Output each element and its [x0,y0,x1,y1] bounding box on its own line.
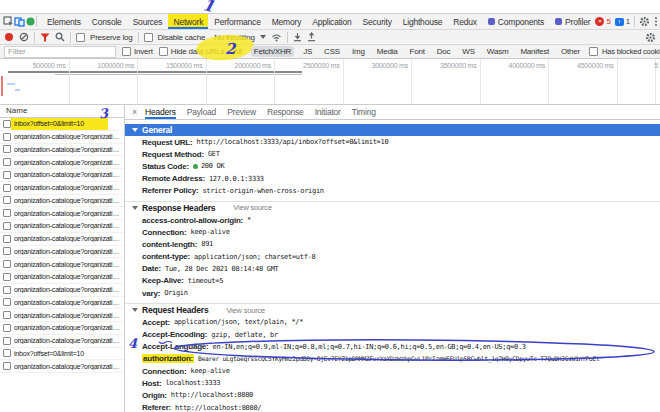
record-network-log-icon[interactable] [4,32,14,42]
request-list-item[interactable]: organization-catalogue?organizati… [0,322,124,335]
request-list-item[interactable]: organization-catalogue?organizati… [0,246,124,259]
request-list-item[interactable]: organization-catalogue?organizati… [0,284,124,297]
tab-lighthouse[interactable]: Lighthouse [398,14,448,29]
hide-data-urls-checkbox[interactable] [159,47,168,56]
request-checkbox[interactable] [3,171,11,179]
request-checkbox[interactable] [3,337,11,345]
section-header-general[interactable]: General [125,124,660,136]
request-list-item[interactable]: organization-catalogue?organizati… [0,169,124,182]
request-checkbox[interactable] [3,362,11,370]
extension-green-dot-icon[interactable] [25,16,36,27]
details-tab-headers[interactable]: Headers [145,104,176,119]
preserve-log-checkbox[interactable] [76,33,85,42]
tab-performance[interactable]: Performance [209,14,265,29]
disable-cache-checkbox[interactable] [144,33,153,42]
request-checkbox[interactable] [3,158,11,166]
chip-wasm[interactable]: Wasm [484,46,512,57]
tab-application[interactable]: Application [307,14,356,29]
request-checkbox[interactable] [3,324,11,332]
request-list-item[interactable]: organization-catalogue?organizati… [0,360,124,373]
request-checkbox[interactable] [3,184,11,192]
kebab-menu-icon[interactable] [654,16,658,27]
chip-font[interactable]: Font [406,46,427,57]
request-checkbox[interactable] [3,273,11,281]
request-list-item[interactable]: organization-catalogue?organizati… [0,220,124,233]
request-list-item[interactable]: organization-catalogue?organizati… [0,131,124,144]
details-tab-initiator[interactable]: Initiator [315,104,341,119]
request-list-item[interactable]: organization-catalogue?organizati… [0,207,124,220]
network-conditions-icon[interactable] [271,33,282,42]
request-checkbox[interactable] [3,209,11,217]
chip-other[interactable]: Other [558,46,583,57]
chip-fetch-xhr[interactable]: Fetch/XHR [251,46,294,57]
request-checkbox[interactable] [3,260,11,268]
device-toolbar-icon[interactable] [14,16,25,27]
details-tab-payload[interactable]: Payload [187,104,216,119]
view-source-link[interactable]: View source [226,306,265,315]
tab-sources[interactable]: Sources [128,14,168,29]
tab-components[interactable]: Components [483,14,549,29]
request-list-item[interactable]: organization-catalogue?organizati… [0,156,124,169]
header-value: timeout=5 [188,277,223,285]
view-source-link[interactable]: View source [233,203,272,212]
request-checkbox[interactable] [3,222,11,230]
chip-manifest[interactable]: Manifest [517,46,552,57]
clear-network-log-icon[interactable] [19,32,29,42]
chip-img[interactable]: Img [349,46,368,57]
section-header-request-headers[interactable]: Request HeadersView source [125,303,660,316]
request-list-item[interactable]: organization-catalogue?organizati… [0,335,124,348]
error-badge[interactable]: × 5 [595,17,610,26]
chip-media[interactable]: Media [374,46,401,57]
filter-funnel-icon[interactable] [40,33,50,42]
settings-gear-icon[interactable] [639,16,650,27]
request-list-item[interactable]: organization-catalogue?organizati… [0,309,124,322]
timeline-gridline [274,59,275,104]
tab-memory[interactable]: Memory [267,14,307,29]
details-tab-preview[interactable]: Preview [227,104,256,119]
tab-console[interactable]: Console [87,14,127,29]
tab-profiler[interactable]: Profiler [550,14,595,29]
request-list-item[interactable]: organization-catalogue?organizati… [0,195,124,208]
request-checkbox[interactable] [3,286,11,294]
close-details-icon[interactable]: × [132,107,137,117]
import-har-icon[interactable] [293,32,302,42]
request-list-item[interactable]: inbox?offset=0&limit=10 [0,118,124,131]
chip-doc[interactable]: Doc [434,46,454,57]
request-checkbox[interactable] [3,196,11,204]
chip-css[interactable]: CSS [321,46,343,57]
request-checkbox[interactable] [3,247,11,255]
tab-redux[interactable]: Redux [448,14,482,29]
request-list-item[interactable]: organization-catalogue?organizati… [0,258,124,271]
invert-checkbox[interactable] [122,47,131,56]
inspect-element-icon[interactable] [3,16,14,27]
details-tab-response[interactable]: Response [267,104,304,119]
request-list-item[interactable]: organization-catalogue?organizati… [0,233,124,246]
search-icon[interactable] [55,32,65,42]
tab-elements[interactable]: Elements [42,14,86,29]
issues-badge[interactable]: ! 1 [615,17,630,26]
chip-js[interactable]: JS [300,46,315,57]
tab-network[interactable]: Network [168,14,208,29]
request-list-item[interactable]: organization-catalogue?organizati… [0,271,124,284]
details-tab-timing[interactable]: Timing [352,104,376,119]
request-list-item[interactable]: organization-catalogue?organizati… [0,297,124,310]
request-checkbox[interactable] [3,235,11,243]
section-header-response-headers[interactable]: Response HeadersView source [125,201,660,214]
request-checkbox[interactable] [3,133,11,141]
tab-security[interactable]: Security [358,14,397,29]
request-checkbox[interactable] [3,311,11,319]
request-checkbox[interactable] [3,145,11,153]
filter-input[interactable] [4,46,116,58]
request-list-item[interactable]: organization-catalogue?organizati… [0,182,124,195]
request-checkbox[interactable] [3,349,11,357]
name-column-header[interactable]: Name [0,104,124,118]
network-overview-timeline[interactable]: 500000 ms1000000 ms1500000 ms2000000 ms2… [0,59,660,105]
request-list-item[interactable]: inbox?offset=0&limit=10 [0,348,124,361]
export-har-icon[interactable] [307,32,316,42]
request-list-item[interactable]: organization-catalogue?organizati… [0,144,124,157]
chip-ws[interactable]: WS [459,46,478,57]
has-blocked-cookies-checkbox[interactable] [589,47,598,56]
network-settings-gear-icon[interactable] [645,32,656,43]
request-checkbox[interactable] [3,120,11,128]
request-checkbox[interactable] [3,298,11,306]
